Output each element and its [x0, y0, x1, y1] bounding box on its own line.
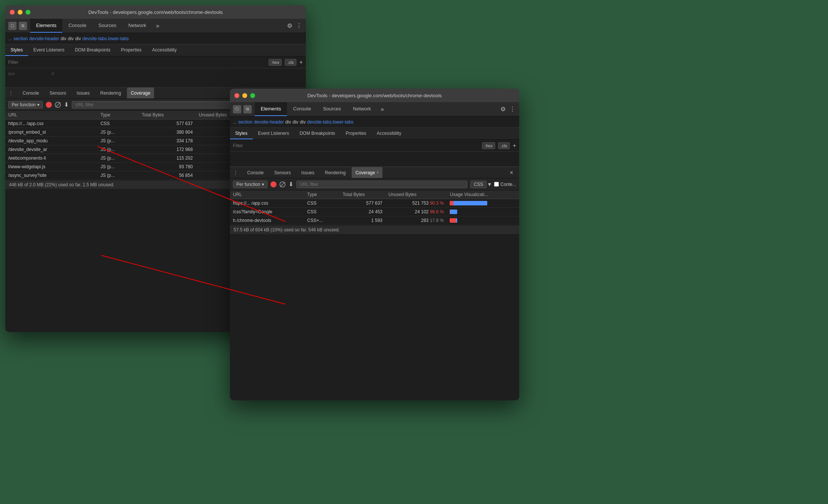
cell-total: 56 854: [139, 171, 196, 180]
accessibility-tab-2[interactable]: Accessibility: [372, 128, 406, 139]
console-tab-2[interactable]: Console: [243, 167, 268, 178]
breadcrumb-devsite-header-1[interactable]: devsite-header: [29, 36, 59, 41]
tab-elements-2[interactable]: Elements: [255, 102, 287, 116]
breadcrumb-devsite-tabs-1[interactable]: devsite-tabs.lower-tabs: [82, 36, 128, 41]
tab-more-2[interactable]: »: [377, 102, 388, 116]
close-coverage-icon-2[interactable]: ×: [376, 171, 379, 175]
usage-bar-row1-2: [450, 201, 487, 205]
breadcrumb-div3-2: div: [300, 119, 305, 125]
maximize-button-1[interactable]: [26, 10, 30, 15]
tab-sources-1[interactable]: Sources: [92, 19, 122, 33]
cursor-icon-2[interactable]: ⬡: [233, 105, 241, 113]
accessibility-tab-1[interactable]: Accessibility: [147, 44, 182, 56]
settings-icon-1[interactable]: ⚙: [287, 22, 292, 29]
dom-breakpoints-tab-2[interactable]: DOM Breakpoints: [294, 128, 340, 139]
filter-input-1[interactable]: [8, 60, 266, 65]
console-tab-1[interactable]: Console: [18, 88, 44, 98]
close-panel-icon-2[interactable]: ×: [510, 169, 513, 176]
event-listeners-tab-2[interactable]: Event Listeners: [253, 128, 295, 139]
event-listeners-tab-1[interactable]: Event Listeners: [28, 44, 70, 56]
rendering-tab-2[interactable]: Rendering: [320, 167, 350, 178]
url-filter-input-2[interactable]: [296, 181, 467, 188]
clear-button-1[interactable]: [55, 102, 61, 108]
dom-breakpoints-tab-1[interactable]: DOM Breakpoints: [70, 44, 116, 56]
close-button-1[interactable]: [10, 10, 15, 15]
tab-bar-right-2: ⚙ ⋮: [497, 102, 519, 116]
styles-content-2: [230, 152, 519, 167]
maximize-button-2[interactable]: [250, 93, 255, 98]
breadcrumb-section-2[interactable]: section: [238, 119, 252, 125]
tab-elements-1[interactable]: Elements: [30, 19, 62, 33]
add-style-button-1[interactable]: +: [299, 59, 303, 66]
per-function-button-2[interactable]: Per function ▾: [233, 181, 267, 188]
tab-console-1[interactable]: Console: [62, 19, 92, 33]
col-viz-2: Usage Visualizati...: [447, 190, 519, 199]
layers-icon-2[interactable]: ⧉: [243, 105, 252, 113]
bottom-panel-2: ⋮ Console Sensors Issues Rendering Cover…: [230, 167, 519, 234]
settings-icon-2[interactable]: ⚙: [500, 106, 506, 113]
clear-button-2[interactable]: [280, 181, 286, 187]
breadcrumb-div2-2: div: [293, 119, 298, 125]
more-options-icon-2[interactable]: ⋮: [509, 106, 515, 113]
col-url-1: URL: [5, 111, 97, 119]
table-row[interactable]: https://... /app.css CSS 577 637 521 753…: [230, 199, 519, 208]
coverage-table-area-2: URL Type Total Bytes Unused Bytes Usage …: [230, 190, 519, 225]
coverage-tab-label-2: Coverage: [355, 170, 375, 175]
window-title-1: DevTools - developers.google.com/web/too…: [88, 9, 223, 15]
cls-button-1[interactable]: .cls: [285, 59, 296, 66]
cell-viz: [447, 208, 519, 216]
main-tab-bar-2: ⬡ ⧉ Elements Console Sources Network » ⚙…: [230, 102, 519, 116]
tab-console-2[interactable]: Console: [287, 102, 317, 116]
table-row[interactable]: h./chrome-devtools CSS+... 1 593 283 17.…: [230, 216, 519, 225]
cls-button-2[interactable]: .cls: [498, 142, 510, 149]
tab-sources-2[interactable]: Sources: [317, 102, 347, 116]
coverage-tab-1[interactable]: Coverage: [127, 88, 154, 98]
hov-button-1[interactable]: :hov: [269, 59, 282, 66]
tab-more-1[interactable]: »: [152, 19, 163, 33]
properties-tab-1[interactable]: Properties: [116, 44, 147, 56]
filter-input-2[interactable]: [233, 143, 479, 148]
rendering-tab-1[interactable]: Rendering: [96, 88, 125, 98]
used-portion: [450, 218, 456, 223]
cell-url: /devsite_devsite_ar: [5, 145, 97, 154]
coverage-tab-2[interactable]: Coverage ×: [352, 167, 382, 178]
add-style-button-2[interactable]: +: [513, 142, 516, 149]
tab-network-2[interactable]: Network: [347, 102, 377, 116]
cell-total: 172 968: [139, 145, 196, 154]
record-button-2[interactable]: [270, 181, 277, 187]
content-checkbox-2[interactable]: [494, 182, 499, 187]
properties-tab-2[interactable]: Properties: [340, 128, 372, 139]
cell-url: /devsite_app_modu: [5, 137, 97, 145]
tab-network-1[interactable]: Network: [122, 19, 153, 33]
cell-total: 93 780: [139, 163, 196, 171]
hov-button-2[interactable]: :hov: [482, 142, 495, 149]
cell-type: JS (p...: [97, 137, 139, 145]
cursor-icon-1[interactable]: ⬡: [8, 22, 17, 30]
styles-tab-1[interactable]: Styles: [5, 44, 28, 56]
table-row[interactable]: /css?family=Google CSS 24 453 24 102 98.…: [230, 208, 519, 216]
download-button-2[interactable]: ⬇: [289, 181, 293, 188]
sensors-tab-1[interactable]: Sensors: [45, 88, 71, 98]
issues-tab-2[interactable]: Issues: [297, 167, 319, 178]
css-filter-button-2[interactable]: CSS: [470, 181, 487, 188]
styles-tab-2[interactable]: Styles: [230, 128, 253, 139]
breadcrumb-1: ... section devsite-header div div div d…: [5, 33, 306, 44]
css-chevron-2: ▾: [488, 181, 491, 188]
status-text-1: 446 kB of 2.0 MB (22%) used so far. 1.5 …: [9, 182, 114, 187]
breadcrumb-section-1[interactable]: section: [14, 36, 28, 41]
minimize-button-2[interactable]: [242, 93, 247, 98]
cell-type: JS (p...: [97, 163, 139, 171]
per-function-button-1[interactable]: Per function ▾: [8, 101, 43, 109]
cell-type: CSS: [304, 208, 340, 216]
sensors-tab-2[interactable]: Sensors: [270, 167, 295, 178]
breadcrumb-devsite-header-2[interactable]: devsite-header: [254, 119, 284, 125]
minimize-button-1[interactable]: [18, 10, 23, 15]
record-button-1[interactable]: [46, 102, 52, 108]
issues-tab-1[interactable]: Issues: [72, 88, 94, 98]
download-button-1[interactable]: ⬇: [64, 101, 69, 108]
more-options-icon-1[interactable]: ⋮: [296, 22, 302, 29]
used-portion: [450, 201, 453, 205]
layers-icon-1[interactable]: ⧉: [19, 22, 27, 30]
close-button-2[interactable]: [234, 93, 239, 98]
breadcrumb-devsite-tabs-2[interactable]: devsite-tabs.lower-tabs: [307, 119, 353, 125]
